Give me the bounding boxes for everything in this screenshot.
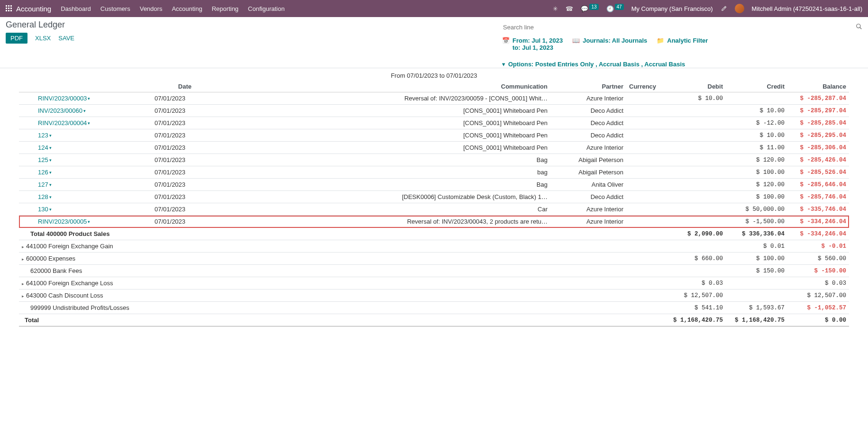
entry-link[interactable]: 130 ▾ xyxy=(38,206,52,213)
acct-debit xyxy=(669,265,726,277)
ledger-line[interactable]: 124 ▾07/01/2023[CONS_0001] Whiteboard Pe… xyxy=(19,142,849,154)
ledger-line[interactable]: 130 ▾07/01/2023CarAzure Interior$ 50,000… xyxy=(19,203,849,216)
pdf-button[interactable]: PDF xyxy=(6,33,27,44)
account-row[interactable]: ▸641000 Foreign Exchange Loss$ 0.03$ 0.0… xyxy=(19,277,849,289)
ledger-line[interactable]: 127 ▾07/01/2023BagAnita Oliver$ 120.00$ … xyxy=(19,179,849,191)
expand-icon[interactable]: ▸ xyxy=(22,257,24,262)
svg-rect-5 xyxy=(10,8,12,9)
svg-rect-0 xyxy=(6,5,7,7)
ledger-line[interactable]: RINV/2023/00003 ▾07/01/2023Reversal of: … xyxy=(19,92,849,105)
c xyxy=(626,302,669,314)
col-date: Date xyxy=(152,81,194,92)
total-debit: $ 1,168,420.75 xyxy=(669,314,726,326)
company-switcher[interactable]: My Company (San Francisco) xyxy=(631,5,713,12)
entry-link[interactable]: RINV/2023/00003 ▾ xyxy=(38,95,90,102)
entry-link[interactable]: 128 ▾ xyxy=(38,193,52,200)
cell-balance: $ -285,297.04 xyxy=(787,105,849,117)
caret-down-icon: ▾ xyxy=(49,133,52,138)
menu-customers[interactable]: Customers xyxy=(101,5,130,12)
cell-balance: $ -285,746.04 xyxy=(787,191,849,203)
c xyxy=(152,265,194,277)
avatar[interactable] xyxy=(735,4,744,13)
c xyxy=(626,277,669,289)
ledger-line[interactable]: 123 ▾07/01/2023[CONS_0001] Whiteboard Pe… xyxy=(19,129,849,142)
date-filter[interactable]: 📅 From: Jul 1, 2023to: Jul 1, 2023 xyxy=(502,37,563,51)
entry-link[interactable]: 124 ▾ xyxy=(38,144,52,151)
col-currency: Currency xyxy=(626,81,669,92)
xlsx-button[interactable]: XLSX xyxy=(35,35,51,42)
caret-down-icon: ▾ xyxy=(83,108,86,113)
funnel-icon: ▾ xyxy=(502,61,505,68)
acct-debit xyxy=(669,240,726,253)
cell-debit xyxy=(669,129,726,142)
svg-rect-7 xyxy=(8,10,9,11)
cell-partner: Deco Addict xyxy=(550,117,626,129)
expand-icon[interactable]: ▸ xyxy=(22,294,24,298)
ledger-line[interactable]: 125 ▾07/01/2023BagAbigail Peterson$ 120.… xyxy=(19,154,849,166)
analytic-filter[interactable]: 📁 Analytic Filter xyxy=(657,37,708,51)
ledger-line[interactable]: 126 ▾07/01/2023bagAbigail Peterson$ 100.… xyxy=(19,166,849,179)
cell-currency xyxy=(626,203,669,216)
ledger-line[interactable]: RINV/2023/00005 ▾07/01/2023Reversal of: … xyxy=(19,216,849,228)
acct-balance: $ -150.00 xyxy=(787,265,849,277)
tools-icon[interactable] xyxy=(721,5,727,12)
menu-configuration[interactable]: Configuration xyxy=(248,5,284,12)
support-icon[interactable]: ☎ xyxy=(566,5,573,12)
entry-link[interactable]: RINV/2023/00004 ▾ xyxy=(38,119,90,127)
expand-icon[interactable]: ▸ xyxy=(22,244,24,249)
entry-link[interactable]: 125 ▾ xyxy=(38,156,52,163)
account-row[interactable]: 620000 Bank Fees$ 150.00$ -150.00 xyxy=(19,265,849,277)
cell-date: 07/01/2023 xyxy=(152,154,194,166)
options-filter[interactable]: ▾ Options: Posted Entries Only , Accrual… xyxy=(502,61,685,68)
c xyxy=(152,314,194,326)
cell-credit: $ 10.00 xyxy=(726,105,787,117)
search-input[interactable] xyxy=(502,22,856,33)
col-credit: Credit xyxy=(726,81,787,92)
ledger-line[interactable]: RINV/2023/00004 ▾07/01/2023[CONS_0001] W… xyxy=(19,117,849,129)
ledger-line[interactable]: 128 ▾07/01/2023[DESK0006] Customizable D… xyxy=(19,191,849,203)
activities-icon[interactable]: 🕘47 xyxy=(606,5,624,12)
expand-icon[interactable]: ▸ xyxy=(22,281,24,286)
c xyxy=(550,265,626,277)
cell-debit xyxy=(669,142,726,154)
journals-filter[interactable]: 📖 Journals: All Journals xyxy=(572,37,647,51)
acct-credit: $ 150.00 xyxy=(726,265,787,277)
main-menu: DashboardCustomersVendorsAccountingRepor… xyxy=(61,5,553,12)
menu-dashboard[interactable]: Dashboard xyxy=(61,5,91,12)
c xyxy=(152,240,194,253)
cell-balance: $ -285,306.04 xyxy=(787,142,849,154)
total-label: Total xyxy=(19,314,152,326)
save-button[interactable]: SAVE xyxy=(58,35,74,42)
user-menu[interactable]: Mitchell Admin (47250241-saas-16-1-all) xyxy=(752,5,862,12)
entry-link[interactable]: 123 ▾ xyxy=(38,132,52,139)
debug-icon[interactable]: ✳ xyxy=(553,5,558,12)
app-brand[interactable]: Accounting xyxy=(16,5,51,13)
menu-reporting[interactable]: Reporting xyxy=(212,5,238,12)
total-row: Total$ 1,168,420.75$ 1,168,420.75$ 0.00 xyxy=(19,314,849,326)
acct-balance: $ 0.03 xyxy=(787,277,849,289)
cell-credit: $ 10.00 xyxy=(726,129,787,142)
cell-credit xyxy=(726,92,787,105)
cell-partner: Anita Oliver xyxy=(550,179,626,191)
page-title: General Ledger xyxy=(6,20,74,30)
col-balance: Balance xyxy=(787,81,849,92)
account-row[interactable]: ▸643000 Cash Discount Loss$ 12,507.00$ 1… xyxy=(19,289,849,302)
messages-icon[interactable]: 💬13 xyxy=(581,5,598,12)
cell-debit: $ 10.00 xyxy=(669,92,726,105)
entry-link[interactable]: INV/2023/00060 ▾ xyxy=(38,107,86,114)
account-row[interactable]: ▸600000 Expenses$ 660.00$ 100.00$ 560.00 xyxy=(19,253,849,265)
entry-link[interactable]: 126 ▾ xyxy=(38,169,52,176)
account-row[interactable]: 999999 Undistributed Profits/Losses$ 541… xyxy=(19,302,849,314)
menu-accounting[interactable]: Accounting xyxy=(172,5,202,12)
svg-rect-2 xyxy=(10,5,12,7)
search-icon[interactable] xyxy=(856,23,862,31)
entry-link[interactable]: 127 ▾ xyxy=(38,181,52,188)
account-label: 999999 Undistributed Profits/Losses xyxy=(30,304,129,311)
cell-partner: Azure Interior xyxy=(550,92,626,105)
entry-link[interactable]: RINV/2023/00005 ▾ xyxy=(38,218,90,225)
apps-icon[interactable] xyxy=(6,5,12,12)
subtotal-debit: $ 2,090.00 xyxy=(669,228,726,240)
menu-vendors[interactable]: Vendors xyxy=(140,5,163,12)
account-row[interactable]: ▸441000 Foreign Exchange Gain$ 0.01$ -0.… xyxy=(19,240,849,253)
ledger-line[interactable]: INV/2023/00060 ▾07/01/2023[CONS_0001] Wh… xyxy=(19,105,849,117)
